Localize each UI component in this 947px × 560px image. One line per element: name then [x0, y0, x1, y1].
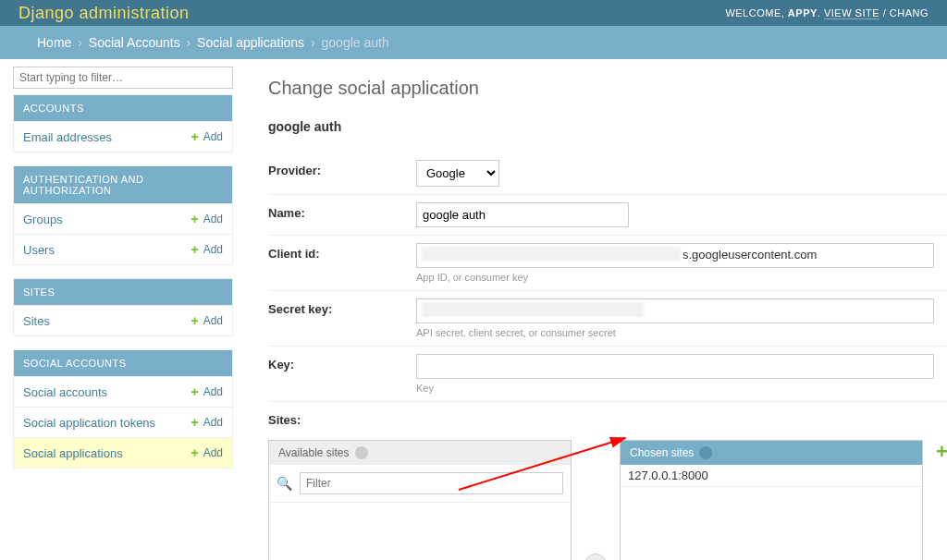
module-sites: SITES Sites Add	[13, 278, 233, 336]
help-icon[interactable]: ?	[355, 446, 368, 459]
chosen-sites-box: Chosen sites ? 127.0.0.1:8000	[620, 440, 923, 560]
breadcrumbs: Home › Social Accounts › Social applicat…	[0, 26, 947, 59]
add-social-tokens[interactable]: Add	[191, 415, 223, 430]
available-sites-header: Available sites ?	[269, 441, 571, 465]
key-input[interactable]	[416, 354, 934, 379]
view-site-link[interactable]: VIEW SITE	[824, 7, 879, 19]
label-provider: Provider:	[268, 160, 416, 177]
sites-selector: Available sites ? 🔍 → ← Chosen sites ?	[268, 440, 947, 560]
row-secret-key: Secret key: API secret, client secret, o…	[268, 291, 947, 347]
add-social-accounts[interactable]: Add	[191, 384, 223, 399]
help-icon[interactable]: ?	[699, 446, 712, 459]
breadcrumb-social-applications[interactable]: Social applications	[197, 35, 304, 50]
row-provider: Provider: Google	[268, 152, 947, 195]
move-right-button[interactable]: →	[584, 554, 607, 560]
chosen-sites-header: Chosen sites ?	[621, 441, 922, 465]
sidebar-item-email-addresses: Email addresses Add	[14, 121, 232, 152]
object-title: google auth	[268, 119, 947, 134]
module-header-accounts: ACCOUNTS	[14, 95, 232, 121]
module-header-social: SOCIAL ACCOUNTS	[14, 350, 232, 376]
help-client-id: App ID, or consumer key	[416, 272, 947, 283]
label-client-id: Client id:	[268, 243, 416, 261]
provider-select[interactable]: Google	[416, 160, 499, 187]
available-sites-list[interactable]	[269, 503, 571, 560]
name-input[interactable]	[416, 202, 629, 227]
add-site-button[interactable]: +	[936, 440, 947, 464]
add-users[interactable]: Add	[191, 242, 223, 257]
topbar: Django administration WELCOME, APPY. VIE…	[0, 0, 947, 26]
label-sites: Sites:	[268, 409, 416, 427]
change-password-link[interactable]: CHANG	[890, 7, 929, 18]
breadcrumb-social-accounts[interactable]: Social Accounts	[89, 35, 180, 50]
module-header-sites: SITES	[14, 279, 232, 305]
chosen-sites-list[interactable]: 127.0.0.1:8000	[621, 465, 922, 560]
row-name: Name:	[268, 195, 947, 236]
sidebar-item-groups: Groups Add	[14, 203, 232, 234]
chosen-site-item[interactable]: 127.0.0.1:8000	[621, 465, 922, 487]
page-heading: Change social application	[268, 78, 947, 99]
breadcrumb-home[interactable]: Home	[37, 35, 71, 50]
label-secret-key: Secret key:	[268, 298, 416, 316]
row-client-id: Client id: s.googleusercontent.com App I…	[268, 236, 947, 291]
sidebar-item-social-tokens: Social application tokens Add	[14, 407, 232, 437]
module-auth: AUTHENTICATION AND AUTHORIZATION Groups …	[13, 165, 233, 265]
user-tools: WELCOME, APPY. VIEW SITE / CHANG	[725, 7, 929, 18]
search-icon: 🔍	[277, 476, 292, 491]
username: APPY	[788, 7, 818, 18]
breadcrumb-current: google auth	[322, 35, 389, 50]
selector-controls: → ←	[584, 554, 607, 560]
main-content: Change social application google auth Pr…	[233, 59, 947, 560]
module-social-accounts: SOCIAL ACCOUNTS Social accounts Add Soci…	[13, 349, 233, 469]
help-secret-key: API secret, client secret, or consumer s…	[416, 327, 947, 338]
row-key: Key: Key	[268, 347, 947, 402]
add-social-applications[interactable]: Add	[191, 445, 223, 460]
site-title: Django administration	[18, 4, 190, 23]
add-groups[interactable]: Add	[191, 212, 223, 226]
sidebar-item-social-applications: Social applications Add	[14, 437, 232, 468]
label-key: Key:	[268, 354, 416, 371]
label-name: Name:	[268, 202, 416, 220]
help-key: Key	[416, 383, 947, 394]
add-email-addresses[interactable]: Add	[191, 129, 223, 144]
sidebar-item-sites: Sites Add	[14, 305, 232, 335]
available-filter-input[interactable]	[300, 472, 563, 494]
sidebar-item-users: Users Add	[14, 234, 232, 264]
available-sites-box: Available sites ? 🔍	[268, 440, 572, 560]
sidebar-item-social-accounts: Social accounts Add	[14, 376, 232, 407]
client-id-suffix: s.googleusercontent.com	[683, 248, 817, 262]
sidebar: « ACCOUNTS Email addresses Add AUTHENTIC…	[0, 59, 233, 560]
add-sites[interactable]: Add	[191, 313, 223, 328]
secret-key-redacted	[422, 302, 644, 317]
client-id-redacted	[422, 247, 681, 262]
module-header-auth: AUTHENTICATION AND AUTHORIZATION	[14, 166, 232, 203]
row-sites: Sites:	[268, 402, 947, 434]
module-accounts: ACCOUNTS Email addresses Add	[13, 94, 233, 152]
sidebar-filter-input[interactable]	[13, 67, 233, 89]
